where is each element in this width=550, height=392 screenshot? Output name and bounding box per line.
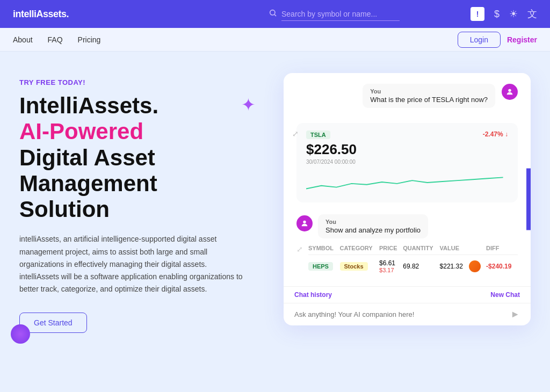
top-bar-icons: ! $ ☀ 文: [471, 7, 537, 21]
nav-link-pricing[interactable]: Pricing: [78, 33, 101, 46]
nav-link-about[interactable]: About: [13, 33, 33, 46]
chat-input[interactable]: [294, 310, 506, 318]
blob-decoration: [11, 324, 30, 344]
table-header-row: SYMBOL CATEGORY PRICE QUANTITY VALUE DIF…: [308, 243, 518, 255]
hero-description: intelliAssets, an artificial intelligenc…: [19, 233, 245, 295]
svg-point-2: [508, 89, 511, 92]
stock-chart: [306, 169, 508, 195]
chat-input-bar: ►: [284, 303, 531, 325]
hero-title-line4: Solution: [19, 197, 110, 222]
stock-change: -2.47% ↓: [483, 130, 508, 138]
stock-price: $226.50: [306, 141, 508, 158]
chat-history-label: Chat history: [294, 291, 332, 299]
cell-symbol: HEPS: [308, 255, 340, 278]
chat-sender-1: You: [370, 88, 488, 95]
theme-icon[interactable]: ☀: [509, 8, 518, 20]
sparkle-icon: ✦: [241, 95, 256, 115]
ai-assistant-tab[interactable]: ✦ AI ASSISTANT: [526, 168, 531, 230]
hero-title-brand: IntelliAssets.: [19, 93, 158, 118]
top-navigation: intelliAssets. ! $ ☀ 文: [0, 0, 550, 28]
stock-top: TSLA -2.47% ↓: [306, 130, 508, 139]
portfolio-section: You Show and analyze my portfolio ⤢ SYMB…: [284, 209, 531, 278]
chat-history-bar: Chat history New Chat: [284, 287, 531, 303]
portfolio-sender: You: [325, 219, 421, 225]
col-quantity: QUANTITY: [403, 243, 439, 255]
stock-card: ⤢ TSLA -2.47% ↓ $226.50 30/07/2024 00:00…: [296, 123, 518, 202]
translate-icon[interactable]: 文: [527, 8, 537, 20]
hero-title-highlight: AI-Powered: [19, 119, 143, 144]
search-bar: [269, 8, 451, 21]
col-indicator: [469, 243, 486, 255]
hero-title-line2: Digital Asset: [19, 145, 155, 170]
new-chat-button[interactable]: New Chat: [490, 291, 520, 299]
col-price: PRICE: [379, 243, 403, 255]
price-old: $3.17: [379, 267, 399, 273]
chat-message-1: You What is the price of TESLA right now…: [296, 84, 518, 108]
portfolio-message: Show and analyze my portfolio: [325, 226, 421, 234]
try-free-label: TRY FREE TODAY!: [19, 78, 266, 86]
search-input[interactable]: [281, 8, 400, 21]
expand-icon-2[interactable]: ⤢: [296, 245, 303, 253]
cell-diff: -$240.19: [486, 255, 518, 278]
chat-area: You What is the price of TESLA right now…: [284, 73, 531, 123]
col-value: VALUE: [440, 243, 469, 255]
hero-section: TRY FREE TODAY! IntelliAssets. AI-Powere…: [19, 73, 266, 333]
portfolio-table: SYMBOL CATEGORY PRICE QUANTITY VALUE DIF…: [308, 243, 518, 278]
dashboard-preview: You What is the price of TESLA right now…: [284, 73, 531, 333]
login-button[interactable]: Login: [458, 32, 501, 48]
search-icon: [269, 9, 277, 19]
portfolio-chat-bubble: You Show and analyze my portfolio: [318, 214, 428, 238]
expand-icon[interactable]: ⤢: [292, 129, 299, 138]
svg-line-1: [274, 14, 276, 16]
send-icon[interactable]: ►: [510, 309, 520, 320]
get-started-button[interactable]: Get Started: [19, 313, 87, 333]
chat-bubble-1: You What is the price of TESLA right now…: [363, 84, 495, 108]
alert-icon[interactable]: !: [471, 7, 484, 21]
dollar-icon[interactable]: $: [494, 9, 500, 20]
dashboard-card: You What is the price of TESLA right now…: [284, 73, 531, 325]
sub-nav-right: Login Register: [458, 32, 537, 48]
svg-point-0: [270, 10, 275, 15]
col-diff: DIFF: [486, 243, 518, 255]
sub-nav-links: About FAQ Pricing: [13, 33, 100, 46]
price-current: $6.61: [379, 259, 399, 267]
cell-quantity: 69.82: [403, 255, 439, 278]
portfolio-chat-msg: You Show and analyze my portfolio: [296, 214, 518, 238]
cell-category: Stocks: [340, 255, 379, 278]
chat-message-text-1: What is the price of TESLA right now?: [370, 96, 488, 104]
col-symbol: SYMBOL: [308, 243, 340, 255]
cell-price: $6.61 $3.17: [379, 255, 403, 278]
chat-footer: Chat history New Chat ►: [284, 286, 531, 325]
table-row: HEPS Stocks $6.61 $3.17 69.82 $221.32 -$…: [308, 255, 518, 278]
main-content: TRY FREE TODAY! IntelliAssets. AI-Powere…: [0, 52, 550, 333]
sub-navigation: About FAQ Pricing Login Register: [0, 28, 550, 52]
col-category: CATEGORY: [340, 243, 379, 255]
cell-indicator: [469, 255, 486, 278]
stock-date: 30/07/2024 00:00:00: [306, 159, 508, 165]
cell-value: $221.32: [440, 255, 469, 278]
hero-title-line3: Management: [19, 171, 157, 196]
logo: intelliAssets.: [13, 9, 69, 20]
hero-title: IntelliAssets. AI-Powered Digital Asset …: [19, 93, 266, 222]
stock-symbol-badge: TSLA: [306, 130, 330, 139]
svg-point-3: [303, 221, 306, 223]
nav-link-faq[interactable]: FAQ: [48, 33, 63, 46]
register-button[interactable]: Register: [507, 35, 537, 44]
user-avatar-2: [296, 215, 313, 231]
user-avatar: [502, 84, 518, 100]
